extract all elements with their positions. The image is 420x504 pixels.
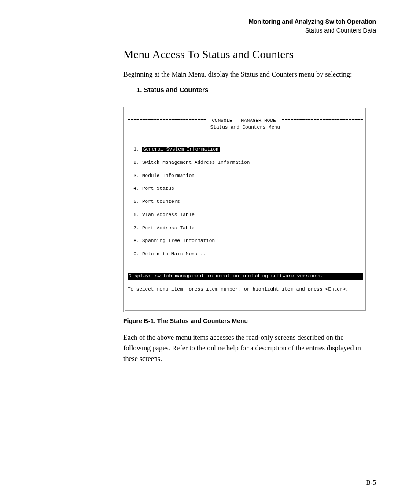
menu-item-selected: General System Information (142, 147, 220, 152)
console-status-line: Displays switch management information i… (128, 273, 363, 280)
console-help-line: To select menu item, press item number, … (128, 286, 363, 293)
menu-item-8: 8. Spanning Tree Information (128, 238, 363, 244)
page-header: Monitoring and Analyzing Switch Operatio… (44, 18, 376, 35)
menu-item-1: 1. General System Information (128, 146, 363, 153)
menu-item-2: 2. Switch Management Address Information (128, 159, 363, 166)
section-title: Menu Access To Status and Counters (123, 48, 367, 61)
menu-item-0: 0. Return to Main Menu... (128, 251, 363, 258)
menu-item-6: 6. Vlan Address Table (128, 212, 363, 218)
header-chapter: Monitoring and Analyzing Switch Operatio… (44, 18, 376, 26)
page: Monitoring and Analyzing Switch Operatio… (0, 0, 420, 504)
page-number: B-5 (366, 479, 376, 486)
figure-frame: ===========================- CONSOLE - M… (123, 107, 367, 312)
content-area: Menu Access To Status and Counters Begin… (123, 48, 367, 364)
page-footer: B-5 (44, 475, 376, 486)
console-menu-title: Status and Counters Menu (128, 124, 363, 131)
header-section: Status and Counters Data (44, 26, 376, 35)
menu-item-5: 5. Port Counters (128, 199, 363, 205)
body-text: Each of the above menu items accesses th… (123, 332, 367, 364)
step-text: 1. Status and Counters (136, 86, 367, 93)
console-menu-items: 1. General System Information 2. Switch … (128, 140, 363, 264)
menu-item-7: 7. Port Address Table (128, 225, 363, 232)
figure-caption: Figure B-1. The Status and Counters Menu (123, 317, 367, 324)
console-screenshot: ===========================- CONSOLE - M… (128, 111, 363, 305)
menu-item-4: 4. Port Status (128, 185, 363, 192)
console-mode-header: ===========================- CONSOLE - M… (128, 118, 363, 123)
intro-text: Beginning at the Main Menu, display the … (123, 69, 367, 80)
menu-item-3: 3. Module Information (128, 173, 363, 179)
